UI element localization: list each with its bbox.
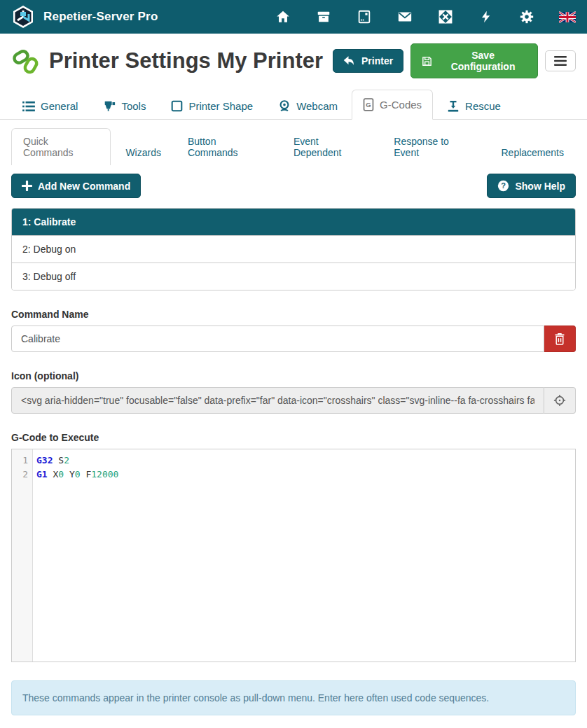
tab-tools[interactable]: Tools — [92, 91, 157, 120]
repetier-logo-icon — [11, 5, 35, 29]
tab-g-codes[interactable]: G G-Codes — [352, 90, 433, 120]
line-number: 1 — [12, 454, 32, 468]
extruder-icon — [103, 99, 116, 112]
gcode-editor[interactable]: 12 G32 S2G1 X0 Y0 F12000 — [11, 449, 576, 662]
add-new-command-button[interactable]: Add New Command — [11, 174, 141, 198]
print-preview-icon[interactable] — [356, 8, 373, 25]
command-toolbar: Add New Command ? Show Help — [0, 165, 587, 198]
subtab-replacements[interactable]: Replacements — [489, 139, 576, 165]
editor-code-area[interactable]: G32 S2G1 X0 Y0 F12000 — [33, 449, 575, 662]
line-number: 2 — [12, 468, 32, 482]
toolbar-spacer — [141, 174, 487, 198]
quick-command-list: 1: Calibrate 2: Debug on 3: Debug off — [11, 208, 576, 290]
icon-optional-label: Icon (optional) — [11, 370, 576, 382]
settings-tabs: General Tools Printer Shape Webcam — [0, 83, 587, 120]
gcode-file-icon: G — [363, 98, 374, 111]
tab-rescue[interactable]: Rescue — [436, 91, 512, 120]
add-button-label: Add New Command — [38, 181, 130, 192]
save-configuration-button-top[interactable]: Save Configuration — [410, 43, 538, 78]
tab-label: G-Codes — [380, 99, 422, 111]
topbar: Repetier-Server Pro — [0, 0, 587, 34]
list-item-debug-off[interactable]: 3: Debug off — [12, 262, 575, 290]
gcode-line[interactable]: G32 S2 — [36, 454, 575, 468]
command-name-group — [11, 326, 576, 352]
tab-general[interactable]: General — [11, 92, 89, 120]
hamburger-icon — [554, 55, 567, 66]
list-icon — [22, 101, 35, 112]
icon-group — [11, 387, 576, 414]
gcode-line[interactable]: G1 X0 Y0 F12000 — [36, 468, 575, 482]
footer: Save Configuration — [0, 715, 587, 728]
subtab-event-dependent[interactable]: Event Dependent — [282, 128, 379, 165]
trash-icon — [554, 332, 565, 345]
bolt-icon[interactable] — [478, 8, 495, 25]
square-icon — [171, 100, 183, 112]
brand[interactable]: Repetier-Server Pro — [11, 5, 158, 29]
page-title: Printer Settings My Printer — [49, 48, 323, 74]
icon-input[interactable] — [11, 387, 544, 414]
mail-icon[interactable] — [396, 8, 413, 25]
info-box: These commands appear in the printer con… — [11, 680, 576, 715]
gcode-subtabs: Quick Commands Wizards Button Commands E… — [0, 120, 587, 165]
gear-icon[interactable] — [518, 8, 535, 25]
header-buttons: Printer Save Configuration — [333, 43, 576, 78]
tab-label: Rescue — [465, 100, 501, 112]
menu-button[interactable] — [545, 50, 576, 71]
rescue-icon — [447, 99, 460, 112]
home-icon[interactable] — [275, 8, 291, 25]
command-name-input[interactable] — [11, 326, 544, 352]
gcode-to-execute-label: G-Code to Execute — [11, 432, 576, 443]
subtab-wizards[interactable]: Wizards — [113, 139, 173, 165]
svg-text:?: ? — [502, 181, 506, 190]
save-button-label: Save Configuration — [438, 50, 527, 72]
question-circle-icon: ? — [497, 180, 509, 192]
show-help-button[interactable]: ? Show Help — [487, 174, 576, 198]
tab-label: Webcam — [296, 100, 338, 112]
crosshairs-icon-button[interactable] — [544, 387, 576, 414]
save-icon — [421, 55, 433, 67]
tab-label: Tools — [121, 100, 146, 112]
subtab-button-commands[interactable]: Button Commands — [176, 128, 279, 165]
webcam-icon — [278, 99, 291, 112]
subtab-quick-commands[interactable]: Quick Commands — [11, 128, 111, 165]
delete-command-button[interactable] — [544, 326, 576, 352]
tab-printer-shape[interactable]: Printer Shape — [160, 92, 264, 120]
crosshairs-icon — [553, 394, 566, 407]
tab-label: Printer Shape — [188, 100, 253, 112]
command-name-label: Command Name — [11, 309, 576, 320]
expand-icon[interactable] — [437, 8, 454, 25]
tab-label: General — [41, 100, 78, 112]
link-chain-icon — [11, 46, 41, 76]
subtab-response-to-event[interactable]: Response to Event — [382, 128, 486, 165]
help-button-label: Show Help — [515, 181, 565, 192]
plus-icon — [22, 181, 32, 191]
brand-title: Repetier-Server Pro — [43, 10, 158, 24]
reply-arrow-icon — [343, 55, 356, 66]
printer-back-button[interactable]: Printer — [333, 49, 403, 73]
topbar-icons — [275, 8, 576, 25]
svg-text:G: G — [366, 101, 371, 108]
archive-icon[interactable] — [315, 8, 332, 25]
tab-webcam[interactable]: Webcam — [267, 91, 349, 120]
list-item-debug-on[interactable]: 2: Debug on — [12, 235, 575, 262]
printer-button-label: Printer — [361, 55, 393, 66]
page-header: Printer Settings My Printer Printer Save… — [0, 34, 587, 83]
editor-gutter: 12 — [12, 449, 33, 662]
list-item-calibrate[interactable]: 1: Calibrate — [12, 209, 575, 235]
uk-flag-icon[interactable] — [559, 8, 576, 25]
